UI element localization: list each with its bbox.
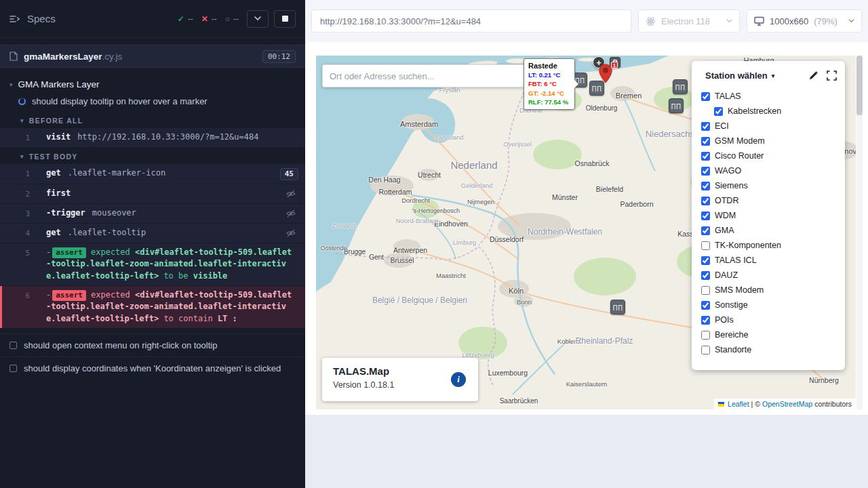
collapse-all-button[interactable]: [247, 10, 269, 28]
stop-button[interactable]: [274, 10, 296, 28]
alarm-badge: 1: [611, 62, 618, 68]
search-input[interactable]: [322, 64, 526, 87]
test-body-header[interactable]: ▾ TEST BODY: [0, 147, 305, 164]
app-title: TALAS.Map: [333, 365, 467, 377]
station-filter-item[interactable]: WAGO: [701, 163, 838, 178]
station-marker[interactable]: ∏∏: [669, 98, 684, 113]
leaflet-link[interactable]: Leaflet: [728, 400, 749, 408]
station-filter-label: Kabelstrecken: [728, 106, 781, 116]
test-item[interactable]: should display coordinates when 'Koordin…: [0, 357, 305, 380]
station-filter-checkbox[interactable]: [714, 107, 723, 116]
station-marker[interactable]: ∏∏: [673, 79, 688, 94]
command-number: 1: [0, 167, 35, 180]
station-filter-item[interactable]: Cisco Router: [701, 148, 838, 163]
station-filter-checkbox[interactable]: [701, 137, 710, 146]
station-filter-item[interactable]: TALAS: [701, 89, 838, 104]
station-filter-checkbox[interactable]: [701, 256, 710, 265]
match-count-badge: 45: [280, 168, 298, 180]
viewport-selector[interactable]: 1000x660 (79%): [747, 9, 862, 33]
station-filter-label: DAUZ: [715, 270, 738, 280]
station-filter-label: GMA: [715, 226, 734, 235]
station-filter-checkbox[interactable]: [701, 241, 710, 250]
suite-title-row[interactable]: ▾ GMA Markers Layer: [0, 76, 305, 93]
url-bar[interactable]: [311, 9, 631, 33]
station-filter-item[interactable]: POIs: [701, 312, 838, 327]
assert-row-passed[interactable]: 5 -assertexpected <div#leaflet-tooltip-5…: [0, 243, 305, 285]
command-row[interactable]: 3 -triggermouseover: [0, 204, 305, 223]
alarm-marker[interactable]: 1: [598, 64, 613, 87]
command-number: 2: [0, 188, 35, 200]
tooltip-measurement: FBT: 6 °C: [528, 79, 570, 88]
station-filter-checkbox[interactable]: [701, 346, 710, 354]
browser-selector[interactable]: Electron 118: [638, 9, 740, 33]
station-filter-item[interactable]: Bereiche: [701, 327, 838, 342]
station-filter-item[interactable]: Kabelstrecken: [714, 104, 838, 119]
osm-link[interactable]: OpenStreetMap: [762, 400, 812, 408]
station-filter-item[interactable]: ECI: [701, 119, 838, 134]
station-filter-checkbox[interactable]: [701, 122, 710, 131]
spec-bar[interactable]: gmaMarkersLayer.cy.js 00:12: [0, 45, 305, 68]
command-number: 4: [0, 227, 35, 239]
tooltip-measurement: LT: 0.21 °C: [528, 70, 570, 79]
hidden-eye-icon: [286, 209, 296, 218]
station-filter-item[interactable]: GMA: [701, 223, 838, 238]
edit-pencil-icon[interactable]: [808, 70, 818, 81]
station-filter-checkbox[interactable]: [701, 92, 710, 101]
command-row[interactable]: 4 get.leaflet-tooltip: [0, 224, 305, 243]
app-scrollbar[interactable]: [856, 56, 863, 409]
expand-icon[interactable]: [827, 70, 837, 81]
app-version: Version 1.0.18.1: [333, 380, 467, 390]
station-filter-label: ECI: [715, 121, 729, 131]
leaflet-map[interactable]: Amsterdam Utrecht Den Haag Rotterdam Dor…: [316, 56, 856, 409]
info-icon[interactable]: i: [451, 372, 466, 387]
command-row[interactable]: 1 get.leaflet-marker-icon 45: [0, 164, 305, 184]
station-dropdown[interactable]: Station wählen ▾: [705, 70, 774, 81]
before-all-header[interactable]: ▾ BEFORE ALL: [0, 111, 305, 128]
station-filter-item[interactable]: Siemens: [701, 178, 838, 193]
station-filter-item[interactable]: Sonstige: [701, 298, 838, 312]
assert-row-failed[interactable]: 6 -assertexpected <div#leaflet-tooltip-5…: [0, 286, 305, 328]
station-marker[interactable]: ∏∏: [610, 300, 625, 314]
test-title: should open context menu on right-click …: [24, 340, 217, 350]
station-filter-item[interactable]: GSM Modem: [701, 134, 838, 148]
version-box: TALAS.Map Version 1.0.18.1 i: [322, 358, 478, 401]
station-filter-checkbox[interactable]: [701, 286, 710, 295]
station-filter-item[interactable]: SMS Modem: [701, 283, 838, 298]
station-filter-checkbox[interactable]: [701, 316, 710, 325]
scrollbar-thumb[interactable]: [856, 56, 863, 115]
before-all-commands: 1 visithttp://192.168.10.33:3000/?m=12&u…: [0, 128, 305, 147]
gate-icon: ∏∏: [671, 103, 682, 109]
command-row[interactable]: 2 first: [0, 184, 305, 203]
station-filter-checkbox[interactable]: [701, 211, 710, 220]
station-filter-checkbox[interactable]: [701, 182, 710, 190]
test-body-commands: 1 get.leaflet-marker-icon 45 2 first 3 -…: [0, 164, 305, 243]
station-filter-checkbox[interactable]: [701, 331, 710, 340]
station-filter-checkbox[interactable]: [701, 167, 710, 176]
specs-menu[interactable]: Specs: [9, 13, 56, 24]
running-test-row[interactable]: should display tooltip on hover over a m…: [0, 93, 305, 111]
station-filter-label: TK-Komponenten: [715, 241, 781, 250]
station-filter-item[interactable]: TALAS ICL: [701, 253, 838, 268]
command-args: .leaflet-marker-icon: [68, 168, 166, 178]
station-filter-checkbox[interactable]: [701, 152, 710, 161]
station-filter-label: Bereiche: [715, 330, 748, 340]
monitor-icon: [754, 16, 764, 26]
station-filter-checkbox[interactable]: [701, 301, 710, 310]
hidden-eye-icon: [286, 229, 296, 237]
chevron-down-icon: ▾: [20, 117, 24, 124]
test-item[interactable]: should open context menu on right-click …: [0, 333, 305, 357]
station-filter-checkbox[interactable]: [701, 271, 710, 280]
station-filter-label: OTDR: [715, 196, 738, 205]
gate-icon: ∏∏: [675, 84, 686, 90]
command-method: visit: [46, 132, 71, 142]
station-filter-checkbox[interactable]: [701, 226, 710, 235]
command-number: 3: [0, 207, 35, 220]
command-row[interactable]: 1 visithttp://192.168.10.33:3000/?m=12&u…: [0, 128, 305, 147]
station-filter-checkbox[interactable]: [701, 197, 710, 205]
station-filter-item[interactable]: WDM: [701, 208, 838, 223]
station-filter-item[interactable]: OTDR: [701, 193, 838, 208]
station-filter-item[interactable]: DAUZ: [701, 268, 838, 283]
spec-name: gmaMarkersLayer.cy.js: [24, 52, 122, 62]
station-filter-item[interactable]: TK-Komponenten: [701, 238, 838, 253]
station-filter-item[interactable]: Standorte: [701, 342, 838, 357]
